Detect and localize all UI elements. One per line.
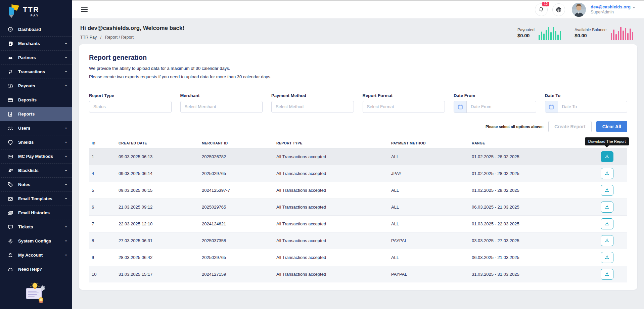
filter-label: Report Format [363, 93, 445, 98]
cell-report-type: All Transactions accepted [274, 202, 388, 212]
page-content: Hi dev@cashields.org, Welcome back! TTR … [72, 19, 644, 309]
table-row: 10 31.03.2025 15:17 2024127159 All Trans… [89, 266, 627, 282]
table-body: 1 09.03.2025 06:13 2025026782 All Transa… [89, 148, 627, 282]
cell-actions: Download The Report [587, 148, 627, 165]
language-button[interactable] [552, 3, 565, 16]
brand-logo[interactable]: TTR PAY [0, 0, 72, 22]
cell-range: 01.02.2025 - 28.02.2025 [469, 185, 587, 195]
table-row: 4 09.03.2025 06:14 2025029765 All Transa… [89, 165, 627, 182]
sidebar-item-shields[interactable]: Shields › [0, 135, 72, 149]
deposits-icon [7, 97, 13, 103]
notifications-button[interactable]: 12 [535, 3, 548, 16]
avatar[interactable] [572, 3, 586, 17]
merchant-select[interactable] [181, 101, 263, 113]
sidebar-item-label: Transactions [18, 69, 45, 74]
cell-range: 01.02.2025 - 28.02.2025 [469, 151, 587, 162]
sidebar: TTR PAY Dashboard Merchants › Partners ›… [0, 0, 72, 309]
download-icon [604, 187, 610, 193]
cell-report-type: All Transactions accepted [274, 168, 388, 179]
column-header-range: RANGE [469, 138, 587, 148]
clear-all-button[interactable]: Clear All [596, 121, 627, 132]
sidebar-item-label: Partners [18, 55, 36, 60]
sidebar-item-label: Deposits [18, 97, 37, 102]
cell-id: 4 [89, 168, 116, 179]
brand-sub: PAY [31, 14, 39, 17]
sidebar-item-transactions[interactable]: Transactions › [0, 64, 72, 79]
create-report-button[interactable]: Create Report [548, 121, 592, 132]
download-report-button[interactable] [601, 151, 613, 162]
reports-table: ID CREATED DATE MERCHANT ID REPORT TYPE … [89, 138, 627, 282]
users-icon [7, 126, 13, 131]
sidebar-item-users[interactable]: Users › [0, 121, 72, 135]
cell-actions: Download The Report [587, 199, 627, 215]
email-templates-icon [7, 196, 13, 202]
chevron-down-icon: › [63, 71, 68, 72]
sidebar-item-label: Users [18, 126, 30, 131]
sidebar-item-system-configs[interactable]: System Configs › [0, 234, 72, 248]
blacklists-icon [7, 168, 13, 173]
sidebar-item-reports[interactable]: Reports [0, 107, 72, 121]
sidebar-item-label: Need Help? [18, 267, 42, 272]
cell-merchant-id: 2024125397-7 [199, 185, 274, 195]
table-row: 7 22.03.2025 12:10 2024124621 All Transa… [89, 215, 627, 232]
payouted-value: $0.00 [517, 33, 535, 39]
main-area: 12 dev@cashields.org [72, 0, 644, 309]
sidebar-item-dashboard[interactable]: Dashboard [0, 22, 72, 36]
sidebar-item-merchants[interactable]: Merchants › [0, 36, 72, 50]
svg-text:$: $ [9, 155, 10, 157]
report-type-select[interactable] [89, 101, 171, 113]
sidebar-item-label: Blacklists [18, 168, 39, 173]
sidebar-item-email-histories[interactable]: Email Histories [0, 206, 72, 220]
breadcrumb-path: Report / Report [105, 35, 134, 40]
cell-payment-method: PAYPAL [388, 235, 469, 246]
sidebar-item-notes[interactable]: Notes › [0, 177, 72, 191]
available-balance-stat: Available Balance $0.00 [574, 26, 633, 40]
download-report-button[interactable] [601, 185, 613, 196]
sidebar-item-label: Notes [18, 182, 30, 187]
breadcrumb-root[interactable]: TTR Pay [80, 35, 97, 40]
sidebar-item-payouts[interactable]: Payouts › [0, 79, 72, 93]
sidebar-item-my-account[interactable]: My Account › [0, 248, 72, 262]
download-report-button[interactable] [601, 269, 613, 280]
payouted-chart [539, 26, 561, 40]
transactions-icon [7, 69, 13, 75]
cell-id: 5 [89, 185, 116, 195]
sidebar-item-blacklists[interactable]: Blacklists › [0, 163, 72, 177]
date-from-input[interactable] [467, 101, 536, 113]
sidebar-item-partners[interactable]: Partners › [0, 50, 72, 64]
cell-range: 06.03.2025 - 21.03.2025 [469, 202, 587, 212]
download-report-button[interactable] [601, 218, 613, 229]
payment-method-select[interactable] [272, 101, 354, 113]
sidebar-item-deposits[interactable]: Deposits [0, 93, 72, 107]
cell-id: 1 [89, 151, 116, 162]
column-header-created-date: CREATED DATE [116, 138, 199, 148]
available-balance-value: $0.00 [574, 33, 606, 39]
cell-actions: Download The Report [587, 266, 627, 282]
report-format-select[interactable] [363, 101, 445, 113]
date-to-input[interactable] [558, 101, 627, 113]
sidebar-item-label: Email Histories [18, 210, 50, 215]
sidebar-item-tickets[interactable]: Tickets › [0, 220, 72, 234]
cell-actions: Download The Report [587, 249, 627, 266]
chevron-down-icon: › [63, 141, 68, 143]
download-report-button[interactable] [601, 235, 613, 246]
sidebar-item-email-templates[interactable]: Email Templates › [0, 191, 72, 206]
menu-toggle-icon[interactable] [81, 7, 88, 12]
download-report-button[interactable] [601, 168, 613, 179]
chevron-down-icon: › [63, 57, 68, 58]
download-icon [604, 171, 610, 176]
user-menu[interactable]: dev@cashields.org SuperAdmin [591, 4, 635, 15]
sidebar-illustration [24, 282, 49, 304]
cell-created-date: 27.03.2025 06:31 [116, 235, 199, 246]
sidebar-item-label: MC Pay Methods [18, 154, 53, 159]
sidebar-item-mc-pay-methods[interactable]: $ MC Pay Methods › [0, 149, 72, 163]
shields-icon [7, 140, 13, 145]
cell-id: 7 [89, 219, 116, 229]
brand-name: TTR [23, 6, 39, 13]
sidebar-item-need-help[interactable]: Need Help? [0, 262, 72, 276]
download-report-button[interactable] [601, 252, 613, 263]
download-report-button[interactable] [601, 202, 613, 213]
need-help-icon [7, 267, 13, 272]
chevron-down-icon: › [63, 226, 68, 227]
cell-created-date: 28.03.2025 06:42 [116, 252, 199, 263]
